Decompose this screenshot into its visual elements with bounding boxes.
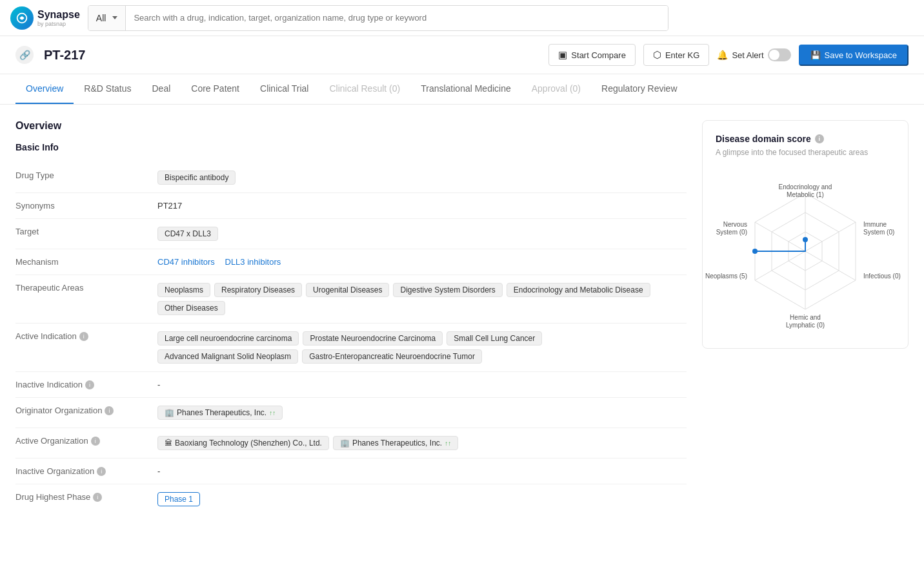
- originator-row: Originator Organization i 🏢 Phanes Thera…: [15, 398, 687, 428]
- tag-other[interactable]: Other Diseases: [157, 301, 225, 315]
- search-category-label: All: [96, 13, 106, 23]
- tab-deal[interactable]: Deal: [142, 74, 181, 104]
- alert-icon: 🔔: [717, 50, 728, 60]
- svg-point-8: [752, 249, 758, 254]
- active-org-name-1: Baoxiang Technology (Shenzhen) Co., Ltd.: [175, 439, 322, 448]
- mechanism-part1[interactable]: CD47 inhibitors: [157, 257, 215, 267]
- save-workspace-label: Save to Workspace: [825, 50, 897, 60]
- active-org-name-2: Phanes Therapeutics, Inc.: [352, 439, 442, 448]
- svg-text:Hemic and: Hemic and: [790, 314, 821, 321]
- drug-type-value: Bispecific antibody: [157, 170, 687, 185]
- mechanism-value: CD47 inhibitors DLL3 inhibitors: [157, 257, 687, 267]
- active-org-info-icon[interactable]: i: [91, 437, 100, 446]
- kg-icon: ⬡: [653, 49, 661, 61]
- disease-domain-info-icon[interactable]: i: [815, 134, 824, 143]
- drug-name: PT-217: [44, 48, 85, 63]
- disease-domain-subtitle: A glimpse into the focused therapeutic a…: [716, 148, 895, 157]
- indication-tag-3[interactable]: Small Cell Lung Cancer: [447, 331, 542, 346]
- main-content: Overview Basic Info Drug Type Bispecific…: [0, 105, 924, 530]
- active-org-tag-2[interactable]: 🏢 Phanes Therapeutics, Inc. ↑↑: [333, 436, 458, 450]
- tab-clinical-trial[interactable]: Clinical Trial: [250, 74, 319, 104]
- indication-tag-5[interactable]: Gastro-Enteropancreatic Neuroendocrine T…: [302, 349, 482, 364]
- therapeutic-areas-value: Neoplasms Respiratory Diseases Urogenita…: [157, 283, 687, 315]
- originator-org-arrow: ↑↑: [269, 409, 276, 417]
- enter-kg-button[interactable]: ⬡ Enter KG: [643, 44, 709, 66]
- start-compare-label: Start Compare: [571, 50, 626, 60]
- active-indication-row: Active Indication i Large cell neuroendo…: [15, 324, 687, 372]
- mechanism-part2[interactable]: DLL3 inhibitors: [225, 257, 281, 267]
- tab-rd-status[interactable]: R&D Status: [74, 74, 141, 104]
- drug-type-label: Drug Type: [15, 170, 157, 180]
- tab-regulatory-review[interactable]: Regulatory Review: [591, 74, 688, 104]
- therapeutic-areas-row: Therapeutic Areas Neoplasms Respiratory …: [15, 275, 687, 324]
- indication-tag-2[interactable]: Prostate Neuroendocrine Carcinoma: [303, 331, 443, 346]
- synonyms-value: PT217: [157, 201, 687, 211]
- synonyms-row: Synonyms PT217: [15, 193, 687, 219]
- tag-endocrinology[interactable]: Endocrinology and Metabolic Disease: [507, 283, 650, 297]
- inactive-indication-info-icon[interactable]: i: [85, 380, 94, 389]
- alert-toggle[interactable]: [768, 48, 791, 61]
- active-org-row: Active Organization i 🏛 Baoxiang Technol…: [15, 428, 687, 459]
- active-indication-info-icon[interactable]: i: [79, 332, 88, 341]
- top-bar: Synapse by patsnap All: [0, 0, 924, 36]
- radar-grid: Endocrinology and Metabolic (1) Immune S…: [705, 183, 901, 329]
- target-value: CD47 x DLL3: [157, 227, 687, 241]
- set-alert-label: Set Alert: [732, 50, 763, 60]
- radar-svg: Endocrinology and Metabolic (1) Immune S…: [715, 167, 896, 335]
- enter-kg-label: Enter KG: [665, 50, 699, 60]
- tab-overview[interactable]: Overview: [15, 74, 74, 104]
- active-indication-label: Active Indication i: [15, 331, 157, 341]
- content-right: Disease domain score i A glimpse into th…: [702, 120, 909, 514]
- logo-text: Synapse by patsnap: [37, 9, 80, 27]
- tab-translational-medicine[interactable]: Translational Medicine: [410, 74, 521, 104]
- tag-neoplasms[interactable]: Neoplasms: [157, 283, 210, 297]
- svg-marker-7: [755, 240, 805, 251]
- svg-text:Nervous: Nervous: [723, 221, 747, 228]
- search-input[interactable]: [126, 6, 667, 30]
- nav-tabs: Overview R&D Status Deal Core Patent Cli…: [0, 74, 924, 105]
- logo-name: Synapse: [37, 9, 80, 21]
- inactive-org-info-icon[interactable]: i: [97, 467, 106, 476]
- tab-core-patent[interactable]: Core Patent: [181, 74, 250, 104]
- inactive-indication-value: -: [157, 380, 687, 389]
- svg-text:Metabolic (1): Metabolic (1): [787, 191, 824, 198]
- active-org-tag-1[interactable]: 🏛 Baoxiang Technology (Shenzhen) Co., Lt…: [157, 436, 329, 450]
- therapeutic-areas-label: Therapeutic Areas: [15, 283, 157, 293]
- target-row: Target CD47 x DLL3: [15, 219, 687, 249]
- svg-point-9: [803, 237, 808, 242]
- drug-icon: 🔗: [15, 46, 34, 64]
- svg-text:Lymphatic (0): Lymphatic (0): [786, 322, 825, 329]
- indication-tag-1[interactable]: Large cell neuroendocrine carcinoma: [157, 331, 299, 346]
- content-left: Overview Basic Info Drug Type Bispecific…: [15, 120, 687, 514]
- tag-respiratory[interactable]: Respiratory Diseases: [214, 283, 302, 297]
- tab-clinical-result: Clinical Result (0): [319, 74, 410, 104]
- logo-icon: [10, 6, 34, 30]
- originator-info-icon[interactable]: i: [105, 406, 114, 415]
- drug-header: 🔗 PT-217 ▣ Start Compare ⬡ Enter KG 🔔 Se…: [0, 36, 924, 74]
- search-category-selector[interactable]: All: [88, 6, 126, 30]
- originator-org-tag[interactable]: 🏢 Phanes Therapeutics, Inc. ↑↑: [157, 406, 283, 420]
- inactive-org-row: Inactive Organization i -: [15, 459, 687, 484]
- inactive-indication-label: Inactive Indication i: [15, 380, 157, 389]
- start-compare-button[interactable]: ▣ Start Compare: [548, 44, 636, 66]
- highest-phase-info-icon[interactable]: i: [93, 493, 102, 502]
- set-alert-wrapper: 🔔 Set Alert: [717, 48, 790, 61]
- tag-digestive[interactable]: Digestive System Disorders: [393, 283, 502, 297]
- indication-tag-4[interactable]: Advanced Malignant Solid Neoplasm: [157, 349, 298, 364]
- radar-chart: Endocrinology and Metabolic (1) Immune S…: [716, 167, 895, 335]
- tag-urogenital[interactable]: Urogenital Diseases: [306, 283, 389, 297]
- save-workspace-button[interactable]: 💾 Save to Workspace: [799, 45, 909, 66]
- active-org-label: Active Organization i: [15, 436, 157, 446]
- highest-phase-badge[interactable]: Phase 1: [157, 492, 200, 506]
- synonyms-label: Synonyms: [15, 201, 157, 211]
- toggle-knob: [769, 50, 779, 60]
- svg-text:Neoplasms (5): Neoplasms (5): [705, 273, 747, 280]
- active-org-icon-2: 🏢: [340, 439, 350, 448]
- highest-phase-label: Drug Highest Phase i: [15, 492, 157, 502]
- active-org-value: 🏛 Baoxiang Technology (Shenzhen) Co., Lt…: [157, 436, 687, 450]
- inactive-org-label: Inactive Organization i: [15, 466, 157, 476]
- compare-icon: ▣: [558, 49, 567, 61]
- originator-value: 🏢 Phanes Therapeutics, Inc. ↑↑: [157, 406, 687, 420]
- chevron-down-icon: [112, 16, 117, 19]
- mechanism-label: Mechanism: [15, 257, 157, 267]
